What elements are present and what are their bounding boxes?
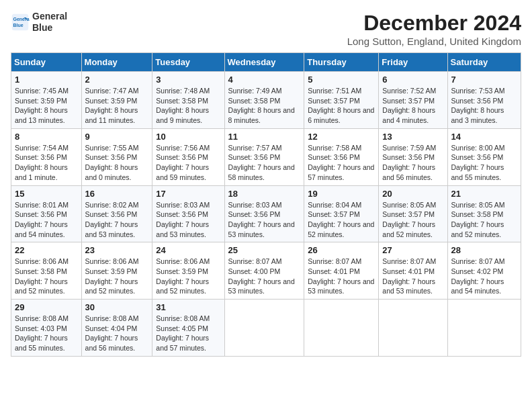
day-cell-20: 20 Sunrise: 8:05 AM Sunset: 3:57 PM Dayl… — [379, 185, 447, 242]
day-cell-8: 8 Sunrise: 7:54 AM Sunset: 3:56 PM Dayli… — [11, 128, 82, 185]
day-info: Sunrise: 8:03 AM Sunset: 3:56 PM Dayligh… — [156, 200, 220, 240]
empty-cell — [304, 300, 379, 357]
day-cell-19: 19 Sunrise: 8:04 AM Sunset: 3:57 PM Dayl… — [304, 185, 379, 242]
day-cell-30: 30 Sunrise: 8:08 AM Sunset: 4:04 PM Dayl… — [81, 300, 152, 357]
day-cell-11: 11 Sunrise: 7:57 AM Sunset: 3:56 PM Dayl… — [224, 128, 304, 185]
day-number: 27 — [382, 245, 443, 255]
day-info: Sunrise: 8:06 AM Sunset: 3:58 PM Dayligh… — [15, 257, 78, 296]
day-info: Sunrise: 8:05 AM Sunset: 3:57 PM Dayligh… — [382, 200, 443, 240]
day-info: Sunrise: 8:08 AM Sunset: 4:05 PM Dayligh… — [156, 314, 220, 353]
day-info: Sunrise: 7:55 AM Sunset: 3:56 PM Dayligh… — [85, 143, 149, 183]
day-info: Sunrise: 7:59 AM Sunset: 3:56 PM Dayligh… — [382, 143, 443, 183]
day-info: Sunrise: 7:58 AM Sunset: 3:56 PM Dayligh… — [308, 143, 375, 183]
day-number: 31 — [156, 302, 220, 312]
day-cell-22: 22 Sunrise: 8:06 AM Sunset: 3:58 PM Dayl… — [11, 242, 82, 300]
week-row-3: 15 Sunrise: 8:01 AM Sunset: 3:56 PM Dayl… — [11, 185, 521, 242]
day-cell-3: 3 Sunrise: 7:48 AM Sunset: 3:58 PM Dayli… — [152, 72, 224, 129]
day-number: 26 — [308, 245, 375, 255]
day-number: 15 — [15, 189, 78, 199]
weekday-header-saturday: Saturday — [447, 53, 521, 72]
location-title: Long Sutton, England, United Kingdom — [347, 36, 521, 47]
weekday-header-wednesday: Wednesday — [224, 53, 304, 72]
day-info: Sunrise: 7:56 AM Sunset: 3:56 PM Dayligh… — [156, 143, 220, 183]
day-info: Sunrise: 8:00 AM Sunset: 3:56 PM Dayligh… — [451, 143, 517, 183]
page-header: General Blue General Blue December 2024 … — [11, 11, 521, 47]
day-number: 23 — [85, 245, 149, 255]
day-number: 11 — [228, 132, 301, 142]
day-number: 24 — [156, 245, 220, 255]
weekday-header-monday: Monday — [81, 53, 152, 72]
day-info: Sunrise: 7:49 AM Sunset: 3:58 PM Dayligh… — [228, 86, 301, 126]
day-info: Sunrise: 7:57 AM Sunset: 3:56 PM Dayligh… — [228, 143, 301, 183]
day-cell-27: 27 Sunrise: 8:07 AM Sunset: 4:01 PM Dayl… — [379, 242, 447, 300]
day-cell-6: 6 Sunrise: 7:52 AM Sunset: 3:57 PM Dayli… — [379, 72, 447, 129]
day-info: Sunrise: 7:48 AM Sunset: 3:58 PM Dayligh… — [156, 86, 220, 126]
day-number: 14 — [451, 132, 517, 142]
day-number: 1 — [15, 75, 78, 85]
weekday-header-thursday: Thursday — [304, 53, 379, 72]
day-number: 8 — [15, 132, 78, 142]
day-cell-10: 10 Sunrise: 7:56 AM Sunset: 3:56 PM Dayl… — [152, 128, 224, 185]
day-number: 20 — [382, 189, 443, 199]
title-area: December 2024 Long Sutton, England, Unit… — [347, 11, 521, 47]
week-row-2: 8 Sunrise: 7:54 AM Sunset: 3:56 PM Dayli… — [11, 128, 521, 185]
day-number: 7 — [451, 75, 517, 85]
day-number: 9 — [85, 132, 149, 142]
day-number: 22 — [15, 245, 78, 255]
empty-cell — [224, 300, 304, 357]
day-cell-29: 29 Sunrise: 8:08 AM Sunset: 4:03 PM Dayl… — [11, 300, 82, 357]
month-title: December 2024 — [347, 11, 521, 36]
day-number: 29 — [15, 302, 78, 312]
day-info: Sunrise: 7:52 AM Sunset: 3:57 PM Dayligh… — [382, 86, 443, 126]
day-number: 19 — [308, 189, 375, 199]
day-cell-31: 31 Sunrise: 8:08 AM Sunset: 4:05 PM Dayl… — [152, 300, 224, 357]
day-cell-28: 28 Sunrise: 8:07 AM Sunset: 4:02 PM Dayl… — [447, 242, 521, 300]
day-number: 3 — [156, 75, 220, 85]
day-number: 10 — [156, 132, 220, 142]
day-info: Sunrise: 8:03 AM Sunset: 3:56 PM Dayligh… — [228, 200, 301, 240]
day-number: 17 — [156, 189, 220, 199]
logo-line2: Blue — [32, 22, 67, 34]
day-number: 6 — [382, 75, 443, 85]
day-info: Sunrise: 8:07 AM Sunset: 4:00 PM Dayligh… — [228, 257, 301, 296]
logo-text: General Blue — [32, 11, 67, 34]
day-number: 25 — [228, 245, 301, 255]
day-number: 18 — [228, 189, 301, 199]
day-info: Sunrise: 8:07 AM Sunset: 4:01 PM Dayligh… — [382, 257, 443, 296]
day-info: Sunrise: 8:06 AM Sunset: 3:59 PM Dayligh… — [85, 257, 149, 296]
weekday-header-friday: Friday — [379, 53, 447, 72]
day-cell-14: 14 Sunrise: 8:00 AM Sunset: 3:56 PM Dayl… — [447, 128, 521, 185]
week-row-4: 22 Sunrise: 8:06 AM Sunset: 3:58 PM Dayl… — [11, 242, 521, 300]
day-info: Sunrise: 8:01 AM Sunset: 3:56 PM Dayligh… — [15, 200, 78, 240]
day-info: Sunrise: 8:02 AM Sunset: 3:56 PM Dayligh… — [85, 200, 149, 240]
day-cell-1: 1 Sunrise: 7:45 AM Sunset: 3:59 PM Dayli… — [11, 72, 82, 129]
day-cell-17: 17 Sunrise: 8:03 AM Sunset: 3:56 PM Dayl… — [152, 185, 224, 242]
week-row-1: 1 Sunrise: 7:45 AM Sunset: 3:59 PM Dayli… — [11, 72, 521, 129]
day-cell-23: 23 Sunrise: 8:06 AM Sunset: 3:59 PM Dayl… — [81, 242, 152, 300]
day-number: 13 — [382, 132, 443, 142]
empty-cell — [447, 300, 521, 357]
logo-line1: General — [32, 11, 67, 22]
day-info: Sunrise: 8:08 AM Sunset: 4:04 PM Dayligh… — [85, 314, 149, 353]
day-info: Sunrise: 8:08 AM Sunset: 4:03 PM Dayligh… — [15, 314, 78, 353]
day-number: 30 — [85, 302, 149, 312]
day-cell-5: 5 Sunrise: 7:51 AM Sunset: 3:57 PM Dayli… — [304, 72, 379, 129]
day-cell-7: 7 Sunrise: 7:53 AM Sunset: 3:56 PM Dayli… — [447, 72, 521, 129]
day-cell-16: 16 Sunrise: 8:02 AM Sunset: 3:56 PM Dayl… — [81, 185, 152, 242]
day-cell-26: 26 Sunrise: 8:07 AM Sunset: 4:01 PM Dayl… — [304, 242, 379, 300]
day-number: 16 — [85, 189, 149, 199]
weekday-header-tuesday: Tuesday — [152, 53, 224, 72]
day-info: Sunrise: 7:51 AM Sunset: 3:57 PM Dayligh… — [308, 86, 375, 126]
day-info: Sunrise: 8:06 AM Sunset: 3:59 PM Dayligh… — [156, 257, 220, 296]
day-number: 28 — [451, 245, 517, 255]
day-info: Sunrise: 8:05 AM Sunset: 3:58 PM Dayligh… — [451, 200, 517, 240]
day-cell-21: 21 Sunrise: 8:05 AM Sunset: 3:58 PM Dayl… — [447, 185, 521, 242]
weekday-header-sunday: Sunday — [11, 53, 82, 72]
day-info: Sunrise: 8:04 AM Sunset: 3:57 PM Dayligh… — [308, 200, 375, 240]
day-number: 4 — [228, 75, 301, 85]
day-number: 2 — [85, 75, 149, 85]
day-number: 21 — [451, 189, 517, 199]
day-info: Sunrise: 8:07 AM Sunset: 4:02 PM Dayligh… — [451, 257, 517, 296]
empty-cell — [379, 300, 447, 357]
day-info: Sunrise: 7:53 AM Sunset: 3:56 PM Dayligh… — [451, 86, 517, 126]
